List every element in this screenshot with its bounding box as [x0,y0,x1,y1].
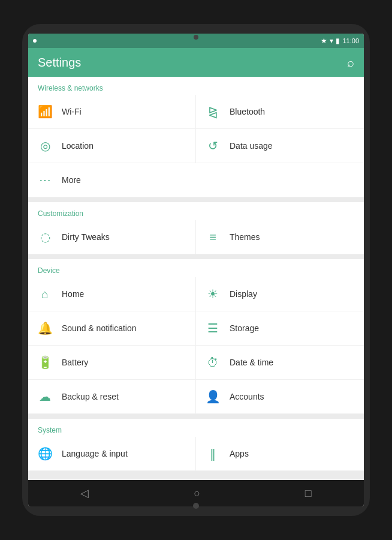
status-right: ★ ▾ ▮ 11:00 [321,37,359,45]
data-usage-label: Data usage [230,141,273,151]
time-icon: ⏱ [206,356,220,370]
datetime-label: Date & time [230,358,273,367]
customization-grid: ◌ Dirty Tweaks ≡ Themes [28,220,364,254]
tablet-home-indicator [193,503,199,509]
section-header-customization: Customization [28,202,364,220]
backup-icon: ☁ [38,389,52,404]
star-icon: ★ [321,37,327,45]
sound-icon: 🔔 [38,321,52,335]
tablet-frame: ★ ▾ ▮ 11:00 Settings ⌕ Wireless & networ… [22,24,370,516]
wifi-label: Wi-Fi [62,107,82,116]
app-title: Settings [38,56,81,70]
section-customization: Customization ◌ Dirty Tweaks ≡ Themes [28,202,364,254]
settings-item-location[interactable]: ◎ Location [28,129,196,163]
apps-label: Apps [230,449,249,458]
tablet-screen: ★ ▾ ▮ 11:00 Settings ⌕ Wireless & networ… [28,34,364,506]
location-icon: ◎ [38,139,52,153]
settings-item-storage[interactable]: ☰ Storage [196,311,364,346]
camera [194,35,198,40]
tweaks-icon: ◌ [38,230,52,244]
dirty-tweaks-label: Dirty Tweaks [62,232,110,242]
language-label: Language & input [62,449,128,458]
system-grid: 🌐 Language & input ‖ Apps [28,437,364,471]
settings-item-themes[interactable]: ≡ Themes [196,220,364,254]
more-icon: ⋯ [38,173,52,187]
themes-label: Themes [230,232,260,242]
bluetooth-icon: ⧎ [206,104,220,119]
storage-icon: ☰ [206,321,220,335]
home-icon: ⌂ [38,287,52,301]
more-label: More [62,175,81,185]
settings-item-datetime[interactable]: ⏱ Date & time [196,346,364,380]
bluetooth-label: Bluetooth [230,107,265,116]
settings-item-home[interactable]: ⌂ Home [28,277,196,311]
recent-button[interactable]: □ [305,487,312,500]
time-display: 11:00 [342,37,359,44]
section-header-device: Device [28,259,364,277]
battery-settings-icon: 🔋 [38,355,52,370]
status-left [33,39,37,43]
battery-label: Battery [62,358,88,367]
data-usage-icon: ↺ [206,139,220,153]
storage-label: Storage [230,323,259,333]
section-header-wireless: Wireless & networks [28,77,364,95]
battery-icon: ▮ [336,37,340,45]
settings-item-display[interactable]: ☀ Display [196,277,364,311]
search-button[interactable]: ⌕ [347,56,354,70]
settings-item-backup[interactable]: ☁ Backup & reset [28,380,196,414]
section-system: System 🌐 Language & input ‖ Apps [28,419,364,471]
app-bar: Settings ⌕ [28,48,364,77]
accounts-label: Accounts [230,392,264,401]
settings-item-apps[interactable]: ‖ Apps [196,437,364,471]
settings-item-accounts[interactable]: 👤 Accounts [196,380,364,414]
location-label: Location [62,141,94,151]
back-button[interactable]: ◁ [80,487,89,500]
settings-item-dirty-tweaks[interactable]: ◌ Dirty Tweaks [28,220,196,254]
section-header-system: System [28,419,364,437]
settings-item-bluetooth[interactable]: ⧎ Bluetooth [196,95,364,129]
display-icon: ☀ [206,287,220,301]
device-grid: ⌂ Home ☀ Display 🔔 Sound & notification … [28,277,364,414]
display-label: Display [230,289,257,299]
settings-content: Wireless & networks 📶 Wi-Fi ⧎ Bluetooth … [28,77,364,480]
language-icon: 🌐 [38,446,52,461]
settings-item-sound[interactable]: 🔔 Sound & notification [28,311,196,346]
backup-label: Backup & reset [62,392,119,401]
apps-icon: ‖ [206,446,220,461]
home-button[interactable]: ○ [194,487,200,500]
themes-icon: ≡ [206,230,220,244]
sound-label: Sound & notification [62,323,137,333]
wifi-status-icon: ▾ [330,37,333,45]
notification-dot [33,39,37,43]
section-wireless: Wireless & networks 📶 Wi-Fi ⧎ Bluetooth … [28,77,364,197]
settings-item-data-usage[interactable]: ↺ Data usage [196,129,364,163]
settings-item-more[interactable]: ⋯ More [28,163,364,197]
wireless-grid: 📶 Wi-Fi ⧎ Bluetooth ◎ Location ↺ Data us… [28,95,364,197]
settings-item-wifi[interactable]: 📶 Wi-Fi [28,95,196,129]
settings-item-language[interactable]: 🌐 Language & input [28,437,196,471]
accounts-icon: 👤 [206,389,220,404]
wifi-icon: 📶 [38,104,52,119]
section-device: Device ⌂ Home ☀ Display 🔔 Sound & notifi… [28,259,364,414]
settings-item-battery[interactable]: 🔋 Battery [28,346,196,380]
home-label: Home [62,289,84,299]
